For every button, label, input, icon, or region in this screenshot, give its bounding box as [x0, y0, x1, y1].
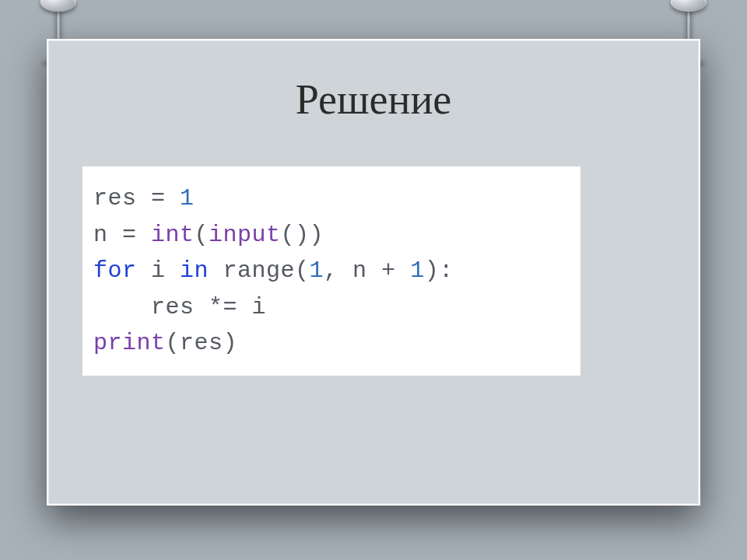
- code-token: res: [151, 294, 209, 320]
- code-token: int: [151, 222, 195, 248]
- code-token: input: [209, 222, 281, 248]
- code-token: =: [122, 222, 137, 248]
- code-token: print: [93, 330, 166, 356]
- code-token: for: [93, 257, 137, 284]
- code-token: 1: [310, 257, 324, 284]
- code-token: ):: [425, 257, 454, 284]
- code-token: res: [93, 185, 151, 212]
- code-token: [137, 222, 152, 248]
- code-token: ()): [281, 222, 324, 248]
- code-token: in: [180, 257, 209, 284]
- code-token: +: [381, 257, 396, 284]
- code-token: i: [237, 294, 266, 320]
- code-token: =: [151, 185, 166, 212]
- slide-title: Решение: [79, 75, 668, 124]
- code-token: *=: [209, 294, 237, 320]
- content-card: Решение res = 1 n = int(input()) for i i…: [47, 39, 700, 506]
- code-token: 1: [180, 185, 195, 212]
- code-token: [396, 257, 411, 284]
- code-snippet: res = 1 n = int(input()) for i in range(…: [82, 166, 580, 376]
- code-token: [93, 294, 151, 320]
- code-token: , n: [324, 257, 381, 284]
- code-token: [166, 185, 181, 212]
- code-token: range(: [209, 257, 310, 284]
- slide-backdrop: Решение res = 1 n = int(input()) for i i…: [0, 0, 747, 560]
- code-token: (: [195, 222, 209, 248]
- code-token: (res): [166, 330, 238, 356]
- code-token: 1: [410, 257, 425, 284]
- code-token: n: [93, 222, 122, 248]
- code-token: i: [137, 257, 181, 284]
